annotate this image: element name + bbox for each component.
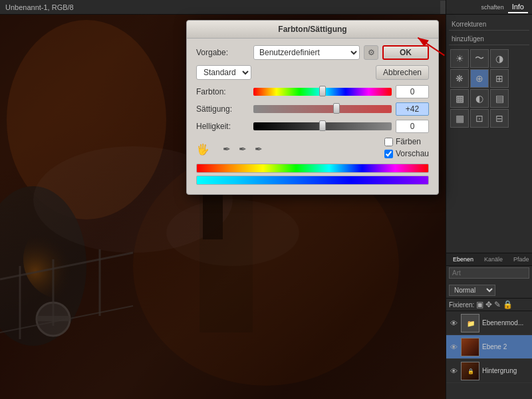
layer-name-1: Ebenenmod... — [482, 319, 529, 327]
eyedropper-icon-2[interactable]: ✒ — [239, 144, 247, 154]
channel-row: Standard Abbrechen — [196, 65, 429, 80]
saettigung-slider-track[interactable] — [253, 105, 392, 113]
helligkeit-row: Helligkeit: — [196, 120, 429, 133]
gear-button[interactable]: ⚙ — [364, 45, 378, 60]
fix-icon-1[interactable]: ▣ — [476, 300, 483, 309]
helligkeit-input[interactable] — [396, 120, 429, 133]
layers-header: Ebenen Kanäle Pfade — [446, 253, 532, 266]
svg-text:🔒: 🔒 — [467, 368, 474, 374]
helligkeit-slider-track[interactable] — [253, 122, 392, 130]
dialog-title: Farbton/Sättigung — [278, 25, 346, 34]
eye-icon-2[interactable]: 👁 — [449, 343, 458, 351]
blend-mode-select[interactable]: Normal — [449, 285, 495, 296]
icon-gradient[interactable]: ▦ — [450, 109, 469, 128]
icon-hue[interactable]: ⊕ — [470, 69, 489, 88]
fix-icon-4[interactable]: 🔒 — [503, 300, 513, 309]
farbton-input[interactable] — [396, 85, 429, 98]
blend-mode-row: Normal — [446, 283, 532, 299]
saettigung-slider-thumb[interactable] — [333, 103, 340, 114]
icon-threshold[interactable]: ⊟ — [490, 109, 509, 128]
layer-name-2: Ebene 2 — [482, 343, 529, 350]
layer-thumb-1: 📁 — [461, 314, 479, 332]
icon-brightness[interactable]: ☀ — [450, 49, 469, 68]
gear-icon: ⚙ — [368, 48, 375, 57]
icon-selective[interactable]: ⊡ — [470, 109, 489, 128]
layer-thumb-3: 🔒 — [461, 362, 479, 380]
saettigung-row: Sättigung: — [196, 102, 429, 116]
layer-thumb-2 — [461, 338, 479, 356]
eigenschaften-section: Korrekturen hinzufügen ☀ 〜 ◑ ❋ ⊕ ⊞ ▩ ◐ ▤… — [446, 15, 532, 133]
eyedropper-icon-1[interactable]: ✒ — [223, 144, 231, 154]
layer-search-input[interactable] — [449, 267, 529, 279]
farbton-slider-track[interactable] — [253, 88, 392, 96]
preset-label: Vorgabe: — [196, 48, 249, 57]
ok-button[interactable]: OK — [382, 45, 429, 60]
icon-bw[interactable]: ▩ — [450, 89, 469, 108]
doc-title: Unbenannt-1, RGB/8 — [5, 3, 74, 11]
vorschau-checkbox[interactable] — [384, 150, 393, 158]
svg-rect-19 — [462, 338, 479, 356]
right-panel: schaften Info Korrekturen hinzufügen ☀ 〜… — [446, 0, 532, 399]
eyedropper-row: 🖐 ✒ ✒ ✒ — [196, 143, 263, 156]
svg-point-6 — [166, 200, 299, 266]
tab-kanaele[interactable]: Kanäle — [481, 255, 505, 264]
farbton-label: Farbton: — [196, 87, 249, 96]
icon-exposure[interactable]: ◑ — [490, 49, 509, 68]
options-section: Färben Vorschau — [384, 137, 429, 158]
faerben-row: Färben — [384, 137, 429, 146]
korrekturen-label: Korrekturen — [449, 19, 529, 31]
fix-icon-2[interactable]: ✥ — [485, 300, 492, 309]
panel-tab-info[interactable]: Info — [508, 1, 528, 13]
dialog-title-bar: Farbton/Sättigung — [187, 21, 438, 39]
cancel-button[interactable]: Abbrechen — [376, 65, 429, 80]
adjustment-icons: ☀ 〜 ◑ ❋ ⊕ ⊞ ▩ ◐ ▤ ▦ ⊡ ⊟ — [449, 48, 529, 129]
helligkeit-slider-thumb[interactable] — [319, 120, 326, 131]
right-panel-header: schaften Info — [446, 0, 532, 15]
icon-curves[interactable]: 〜 — [470, 49, 489, 68]
icon-colbal[interactable]: ⊞ — [490, 69, 509, 88]
hinzufuegen-label: hinzufügen — [449, 33, 529, 45]
hand-tool-icon[interactable]: 🖐 — [196, 143, 209, 156]
layer-row-1[interactable]: 👁 📁 Ebenenmod... — [446, 311, 532, 335]
layer-name-3: Hintergrung — [482, 367, 529, 374]
panel-tab-eigenschaften[interactable]: schaften — [477, 3, 508, 12]
eyedropper-icon-3[interactable]: ✒ — [255, 144, 263, 154]
tab-ebenen[interactable]: Ebenen — [450, 255, 476, 264]
layer-row-3[interactable]: 👁 🔒 Hintergrung — [446, 359, 532, 383]
farbton-slider-thumb[interactable] — [319, 86, 326, 96]
preset-select[interactable]: Benutzerdefiniert — [253, 45, 360, 60]
color-bars — [196, 164, 429, 185]
svg-text:📁: 📁 — [467, 319, 475, 328]
vorschau-row: Vorschau — [384, 149, 429, 158]
eye-icon-1[interactable]: 👁 — [449, 319, 458, 327]
result-bar — [196, 176, 429, 185]
saettigung-label: Sättigung: — [196, 104, 249, 114]
saettigung-input[interactable] — [396, 102, 429, 116]
icon-photo[interactable]: ◐ — [470, 89, 489, 108]
preset-row: Vorgabe: Benutzerdefiniert ⚙ OK — [196, 45, 429, 60]
dialog-body: Vorgabe: Benutzerdefiniert ⚙ OK Standard… — [187, 39, 438, 194]
hue-saturation-dialog: Farbton/Sättigung Vorgabe: Benutzerdefin… — [186, 20, 439, 195]
vorschau-label: Vorschau — [396, 149, 429, 158]
eye-icon-3[interactable]: 👁 — [449, 367, 458, 375]
fixieren-row: Fixieren: ▣ ✥ ✎ 🔒 — [446, 299, 532, 311]
icon-vibrance[interactable]: ❋ — [450, 69, 469, 88]
icon-levels[interactable]: ▤ — [490, 89, 509, 108]
rainbow-bar — [196, 164, 429, 173]
layer-row-2[interactable]: 👁 Ebene 2 — [446, 335, 532, 359]
faerben-label: Färben — [396, 137, 421, 146]
fix-icon-3[interactable]: ✎ — [494, 300, 501, 309]
tab-pfade[interactable]: Pfade — [511, 255, 532, 264]
helligkeit-label: Helligkeit: — [196, 122, 249, 131]
layers-panel: Ebenen Kanäle Pfade Normal Fixieren: ▣ ✥… — [446, 253, 532, 399]
svg-point-11 — [23, 219, 103, 299]
faerben-checkbox[interactable] — [384, 138, 393, 146]
channel-select[interactable]: Standard — [196, 65, 251, 80]
farbton-row: Farbton: — [196, 85, 429, 98]
